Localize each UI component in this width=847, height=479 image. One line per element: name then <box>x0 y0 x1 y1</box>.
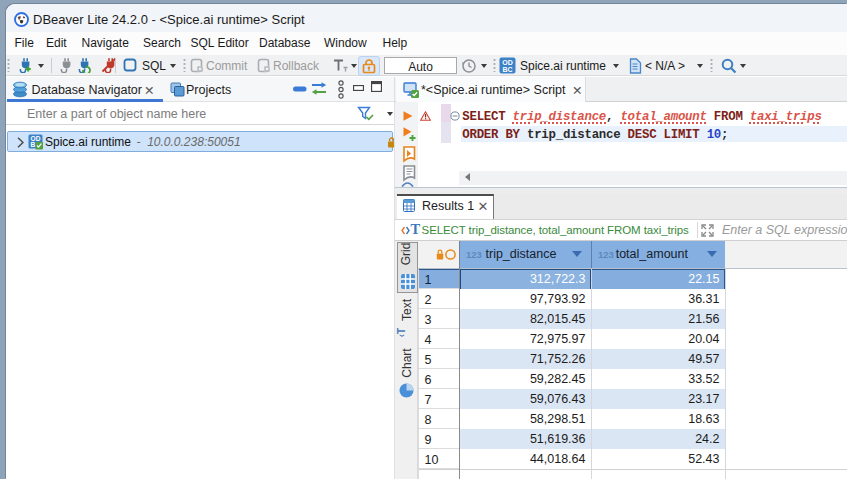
svg-text:B: B <box>30 141 35 148</box>
svg-text:BC: BC <box>502 66 512 73</box>
svg-text:OD: OD <box>502 59 513 66</box>
